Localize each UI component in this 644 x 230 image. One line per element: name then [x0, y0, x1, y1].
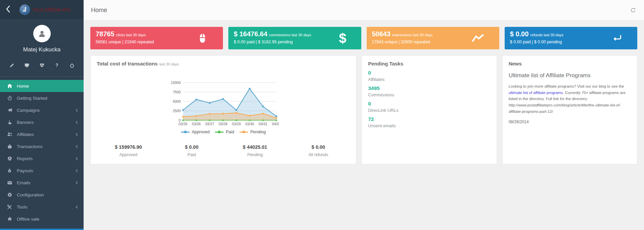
- return-arrow-icon: [612, 34, 623, 43]
- chevron-left-icon: [76, 169, 78, 173]
- trend-line-icon: [472, 34, 485, 43]
- power-icon[interactable]: [69, 62, 75, 68]
- refunds-value: $ 0.00: [510, 30, 529, 38]
- back-chevron-icon: [5, 5, 11, 15]
- news-body: Looking to join more affiliate programs?…: [509, 83, 631, 114]
- dashboard-content: 78765clicks last 30 days 56581 unique | …: [84, 20, 644, 171]
- chevron-left-icon: [76, 145, 78, 148]
- transactions-chart: 02500500075001000003/2503/2603/2703/2803…: [97, 80, 350, 134]
- collapse-sidebar-button[interactable]: [5, 5, 11, 15]
- envelope-icon: [7, 180, 12, 185]
- page-title: Home: [91, 7, 107, 14]
- pending-commissions: 3495 Commissions: [368, 85, 490, 97]
- sidebar-top-bar: Post Affiliate Pro: [0, 0, 84, 19]
- chevron-left-icon: [76, 181, 78, 185]
- bullhorn-icon: [7, 107, 12, 113]
- commissions-sub: $ 0.00 paid | $ 3182.95 pending: [234, 40, 356, 44]
- sidebar-item-getting-started[interactable]: Getting Started: [0, 92, 84, 104]
- sidebar-item-tools[interactable]: Tools: [0, 201, 84, 213]
- sidebar-item-campaigns[interactable]: Campaigns: [0, 104, 84, 116]
- users-icon: [7, 132, 12, 137]
- sidebar-nav: Home Getting Started Campaigns Banners A…: [0, 80, 84, 225]
- sidebar-item-transactions[interactable]: Transactions: [0, 140, 84, 152]
- transactions-panel-subtitle: last 30 days: [159, 62, 179, 66]
- user-avatar[interactable]: [33, 25, 51, 42]
- svg-text:04/01: 04/01: [272, 122, 279, 126]
- sidebar: Post Affiliate Pro Matej Kukucka ?: [0, 0, 84, 230]
- legend-item-pending: Pending: [239, 130, 266, 134]
- news-panel: News Ultimate list of Affiliate Programs…: [502, 55, 637, 164]
- sidebar-divider: [0, 77, 84, 77]
- dollar-icon: $: [339, 32, 346, 45]
- chevron-left-icon: [76, 205, 78, 209]
- chevron-left-icon: [76, 121, 78, 124]
- news-article-title: Ultimate list of Affiliate Programs: [509, 72, 631, 79]
- sidebar-item-affiliates[interactable]: Affiliates: [0, 128, 84, 140]
- svg-text:03/30: 03/30: [245, 122, 254, 126]
- svg-text:7500: 7500: [173, 90, 181, 94]
- sidebar-item-emails[interactable]: Emails: [0, 177, 84, 189]
- chart-legend: ApprovedPaidPending: [181, 130, 266, 134]
- user-profile: Matej Kukucka: [0, 19, 84, 53]
- commissions-value: $ 16476.64: [234, 30, 267, 38]
- person-icon: [38, 29, 46, 38]
- sidebar-item-offline-sale[interactable]: Offline sale: [0, 213, 84, 225]
- all-refunds-total: $ 0.00 All refunds: [287, 144, 350, 157]
- svg-text:10000: 10000: [171, 81, 181, 85]
- app-root: Post Affiliate Pro Matej Kukucka ?: [0, 0, 644, 230]
- pending-affiliates: 0 Affiliates: [368, 70, 490, 82]
- pending-unsent-emails: 72 Unsent emails: [368, 116, 490, 128]
- stat-cards-row: 78765clicks last 30 days 56581 unique | …: [90, 27, 637, 49]
- pending-tasks-panel: Pending Tasks 0 Affiliates 3495 Commissi…: [362, 55, 497, 164]
- commissions-stat-card[interactable]: $ 16476.64commissions last 30 days $ 0.0…: [228, 27, 361, 49]
- paid-total: $ 0.00 Paid: [160, 144, 224, 157]
- sidebar-item-home[interactable]: Home: [0, 80, 84, 92]
- sidebar-item-configuration[interactable]: Configuration: [0, 189, 84, 201]
- chevron-left-icon: [76, 108, 78, 112]
- chevron-left-icon: [76, 157, 78, 160]
- svg-text:03/29: 03/29: [232, 122, 241, 126]
- svg-text:03/28: 03/28: [219, 122, 227, 126]
- legend-item-approved: Approved: [181, 130, 210, 134]
- mouse-icon: [197, 33, 208, 44]
- tools-icon: [7, 204, 12, 210]
- sidebar-item-banners[interactable]: Banners: [0, 116, 84, 128]
- svg-text:0: 0: [179, 118, 181, 122]
- clicks-value: 78765: [96, 30, 114, 38]
- news-link[interactable]: ultimate list of affiliate programs: [509, 91, 563, 95]
- svg-text:5000: 5000: [173, 99, 181, 103]
- pencil-icon[interactable]: [9, 62, 15, 68]
- user-name: Matej Kukucka: [0, 46, 84, 53]
- panels-row: Total cost of transactionslast 30 days 0…: [90, 55, 637, 164]
- refunds-stat-card[interactable]: $ 0.00refunds last 30 days $ 0.00 paid |…: [505, 27, 637, 49]
- svg-text:03/26: 03/26: [192, 122, 201, 126]
- brand-name: Post Affiliate Pro: [33, 7, 71, 12]
- svg-text:03/31: 03/31: [259, 122, 267, 126]
- svg-text:2500: 2500: [173, 109, 181, 113]
- help-icon[interactable]: ?: [54, 62, 60, 68]
- pending-tasks-title: Pending Tasks: [368, 61, 490, 66]
- home-icon: [7, 83, 12, 89]
- sidebar-item-reports[interactable]: Reports: [0, 152, 84, 165]
- news-date: 08/26/2014: [509, 120, 631, 124]
- gear-icon: [7, 192, 12, 197]
- chevron-left-icon: [76, 133, 78, 136]
- page-header: Home: [84, 0, 644, 20]
- stopwatch-icon: [7, 95, 12, 101]
- monitor-icon[interactable]: [24, 62, 30, 68]
- sidebar-toolbar: ?: [0, 53, 84, 68]
- pie-chart-icon: [7, 156, 12, 161]
- svg-text:03/27: 03/27: [205, 122, 214, 126]
- refresh-icon[interactable]: [630, 7, 636, 13]
- clicks-stat-card[interactable]: 78765clicks last 30 days 56581 unique | …: [90, 27, 223, 49]
- sidebar-bottom-strip: [0, 229, 84, 230]
- money-bag-icon: $: [7, 168, 12, 173]
- legend-item-paid: Paid: [215, 130, 234, 134]
- impressions-stat-card[interactable]: 50643impressions last 30 days 17843 uniq…: [367, 27, 499, 49]
- cart-icon: [7, 216, 12, 222]
- transactions-totals: $ 159976.90 Approved $ 0.00 Paid $ 44025…: [97, 144, 350, 157]
- health-heart-icon[interactable]: [39, 62, 45, 68]
- sidebar-item-payouts[interactable]: $ Payouts: [0, 165, 84, 177]
- svg-text:03/25: 03/25: [179, 122, 187, 126]
- area-chart: 02500500075001000003/2503/2603/2703/2803…: [168, 80, 279, 128]
